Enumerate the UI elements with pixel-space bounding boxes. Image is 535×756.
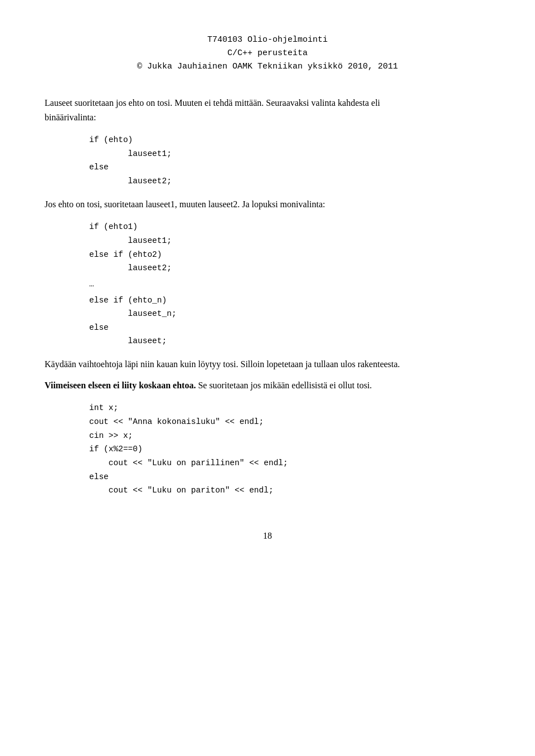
text3-paragraph: Käydään vaihtoehtoja läpi niin kauan kui… <box>45 357 490 372</box>
code2-ellipsis: … <box>89 277 490 291</box>
header-line2: C/C++ perusteita <box>45 47 490 60</box>
intro-text-b: binäärivalinta: <box>45 113 96 122</box>
code3-line3: cin >> x; <box>89 429 490 443</box>
code3-line5: cout << "Luku on parillinen" << endl; <box>89 456 490 470</box>
code2-line3: else if (ehto2) <box>89 248 490 262</box>
code1-line3: else <box>89 160 490 174</box>
text3-content: Käydään vaihtoehtoja läpi niin kauan kui… <box>45 359 400 369</box>
header-line1: T740103 Olio-ohjelmointi <box>45 33 490 47</box>
code2-line6: else if (ehto_n) <box>89 294 490 308</box>
code2-line9: lauseet; <box>89 334 490 348</box>
code3-line4: if (x%2==0) <box>89 442 490 456</box>
code3-line2: cout << "Anna kokonaisluku" << endl; <box>89 415 490 429</box>
code3-line1: int x; <box>89 401 490 415</box>
page-footer: 18 <box>45 531 490 541</box>
header-line3: © Jukka Jauhiainen OAMK Tekniikan yksikk… <box>45 60 490 74</box>
text4-paragraph: Viimeiseen elseen ei liity koskaan ehtoa… <box>45 378 490 393</box>
code2-line2: lauseet1; <box>89 234 490 248</box>
code2-line1: if (ehto1) <box>89 220 490 234</box>
code1-line2: lauseet1; <box>89 147 490 161</box>
code1-line4: lauseet2; <box>89 174 490 188</box>
code-block-1: if (ehto) lauseet1; else lauseet2; <box>89 133 490 188</box>
code2-line8: else <box>89 321 490 335</box>
text2-paragraph: Jos ehto on tosi, suoritetaan lauseet1, … <box>45 197 490 212</box>
code-block-2: if (ehto1) lauseet1; else if (ehto2) lau… <box>89 220 490 348</box>
text2-content: Jos ehto on tosi, suoritetaan lauseet1, … <box>45 199 325 209</box>
code1-line1: if (ehto) <box>89 133 490 147</box>
text4-rest: Se suoritetaan jos mikään edellisistä ei… <box>196 381 372 390</box>
code3-line7: cout << "Luku on pariton" << endl; <box>89 484 490 498</box>
text4-bold: Viimeiseen elseen ei liity koskaan ehtoa… <box>45 381 196 390</box>
code3-line6: else <box>89 470 490 484</box>
intro-text: Lauseet suoritetaan jos ehto on tosi. Mu… <box>45 98 380 108</box>
code-block-3: int x; cout << "Anna kokonaisluku" << en… <box>89 401 490 497</box>
code2-line4: lauseet2; <box>89 261 490 275</box>
page-header: T740103 Olio-ohjelmointi C/C++ perusteit… <box>45 33 490 74</box>
intro-paragraph: Lauseet suoritetaan jos ehto on tosi. Mu… <box>45 96 490 124</box>
page-number: 18 <box>263 531 272 540</box>
code2-line7: lauseet_n; <box>89 307 490 321</box>
